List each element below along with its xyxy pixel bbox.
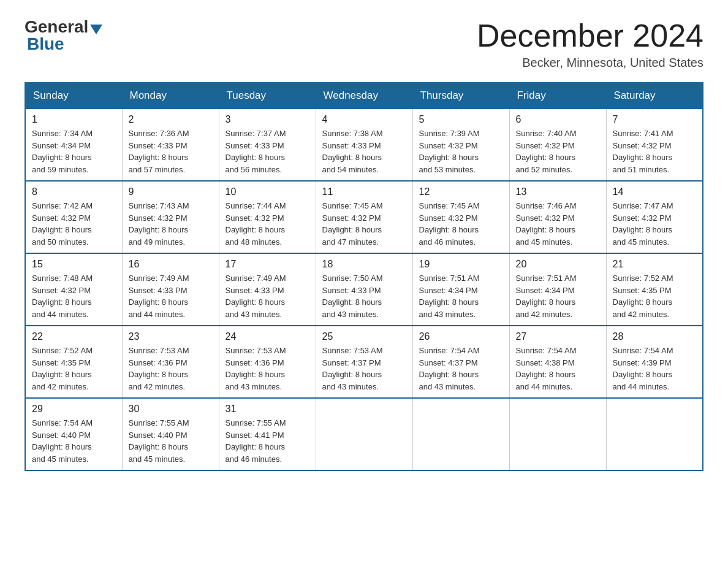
calendar-day-cell: 21Sunrise: 7:52 AM Sunset: 4:35 PM Dayli…: [606, 253, 703, 326]
calendar-day-cell: [412, 398, 509, 470]
calendar-day-cell: [606, 398, 703, 470]
day-number: 31: [226, 404, 309, 415]
calendar-day-cell: 10Sunrise: 7:44 AM Sunset: 4:32 PM Dayli…: [219, 181, 316, 253]
calendar-day-cell: [316, 398, 412, 470]
calendar-day-cell: 19Sunrise: 7:51 AM Sunset: 4:34 PM Dayli…: [412, 253, 509, 326]
calendar-day-cell: 15Sunrise: 7:48 AM Sunset: 4:32 PM Dayli…: [25, 253, 122, 326]
calendar-day-cell: 14Sunrise: 7:47 AM Sunset: 4:32 PM Dayli…: [606, 181, 703, 253]
day-number: 18: [322, 259, 406, 270]
day-info: Sunrise: 7:53 AM Sunset: 4:36 PM Dayligh…: [129, 345, 213, 393]
day-info: Sunrise: 7:34 AM Sunset: 4:34 PM Dayligh…: [32, 128, 116, 175]
header-sunday: Sunday: [25, 83, 122, 109]
calendar-day-cell: 16Sunrise: 7:49 AM Sunset: 4:33 PM Dayli…: [122, 253, 219, 326]
day-number: 28: [613, 331, 697, 342]
calendar-day-cell: 30Sunrise: 7:55 AM Sunset: 4:40 PM Dayli…: [122, 398, 219, 470]
calendar-day-cell: 1Sunrise: 7:34 AM Sunset: 4:34 PM Daylig…: [25, 109, 122, 181]
day-number: 1: [32, 114, 116, 125]
calendar-day-cell: [509, 398, 606, 470]
day-info: Sunrise: 7:39 AM Sunset: 4:32 PM Dayligh…: [419, 128, 503, 175]
header-thursday: Thursday: [412, 83, 509, 109]
calendar-day-cell: 27Sunrise: 7:54 AM Sunset: 4:38 PM Dayli…: [509, 326, 606, 398]
day-number: 29: [32, 404, 116, 415]
day-number: 30: [129, 404, 213, 415]
day-number: 9: [129, 186, 213, 197]
calendar-day-cell: 3Sunrise: 7:37 AM Sunset: 4:33 PM Daylig…: [219, 109, 316, 181]
day-number: 23: [129, 331, 213, 342]
header-saturday: Saturday: [606, 83, 703, 109]
calendar-day-cell: 4Sunrise: 7:38 AM Sunset: 4:33 PM Daylig…: [316, 109, 412, 181]
day-number: 8: [32, 186, 116, 197]
day-info: Sunrise: 7:44 AM Sunset: 4:32 PM Dayligh…: [226, 200, 309, 248]
day-info: Sunrise: 7:41 AM Sunset: 4:32 PM Dayligh…: [613, 128, 697, 175]
day-info: Sunrise: 7:55 AM Sunset: 4:40 PM Dayligh…: [129, 417, 213, 465]
day-info: Sunrise: 7:47 AM Sunset: 4:32 PM Dayligh…: [613, 200, 697, 248]
calendar-day-cell: 6Sunrise: 7:40 AM Sunset: 4:32 PM Daylig…: [509, 109, 606, 181]
header-tuesday: Tuesday: [219, 83, 316, 109]
calendar-table: SundayMondayTuesdayWednesdayThursdayFrid…: [25, 82, 703, 471]
day-info: Sunrise: 7:52 AM Sunset: 4:35 PM Dayligh…: [32, 345, 116, 393]
calendar-week-row: 1Sunrise: 7:34 AM Sunset: 4:34 PM Daylig…: [25, 109, 703, 181]
day-number: 26: [419, 331, 503, 342]
calendar-day-cell: 9Sunrise: 7:43 AM Sunset: 4:32 PM Daylig…: [122, 181, 219, 253]
calendar-day-cell: 28Sunrise: 7:54 AM Sunset: 4:39 PM Dayli…: [606, 326, 703, 398]
day-info: Sunrise: 7:54 AM Sunset: 4:38 PM Dayligh…: [516, 345, 600, 393]
page-header: General Blue December 2024 Becker, Minne…: [25, 18, 703, 70]
calendar-day-cell: 17Sunrise: 7:49 AM Sunset: 4:33 PM Dayli…: [219, 253, 316, 326]
day-number: 15: [32, 259, 116, 270]
day-number: 22: [32, 331, 116, 342]
day-number: 27: [516, 331, 600, 342]
day-number: 6: [516, 114, 600, 125]
logo-triangle-icon: [90, 25, 102, 34]
day-number: 16: [129, 259, 213, 270]
calendar-day-cell: 31Sunrise: 7:55 AM Sunset: 4:41 PM Dayli…: [219, 398, 316, 470]
day-info: Sunrise: 7:51 AM Sunset: 4:34 PM Dayligh…: [419, 272, 503, 320]
day-number: 5: [419, 114, 503, 125]
day-info: Sunrise: 7:36 AM Sunset: 4:33 PM Dayligh…: [129, 128, 213, 175]
calendar-subtitle: Becker, Minnesota, United States: [477, 56, 703, 70]
day-info: Sunrise: 7:48 AM Sunset: 4:32 PM Dayligh…: [32, 272, 116, 320]
day-info: Sunrise: 7:45 AM Sunset: 4:32 PM Dayligh…: [322, 200, 406, 248]
day-number: 24: [226, 331, 309, 342]
day-number: 10: [226, 186, 309, 197]
calendar-day-cell: 2Sunrise: 7:36 AM Sunset: 4:33 PM Daylig…: [122, 109, 219, 181]
calendar-day-cell: 13Sunrise: 7:46 AM Sunset: 4:32 PM Dayli…: [509, 181, 606, 253]
day-info: Sunrise: 7:40 AM Sunset: 4:32 PM Dayligh…: [516, 128, 600, 175]
day-info: Sunrise: 7:49 AM Sunset: 4:33 PM Dayligh…: [129, 272, 213, 320]
logo-general-part: General: [25, 18, 88, 36]
logo-blue-part: Blue: [27, 34, 64, 53]
day-info: Sunrise: 7:38 AM Sunset: 4:33 PM Dayligh…: [322, 128, 406, 175]
day-number: 13: [516, 186, 600, 197]
day-info: Sunrise: 7:49 AM Sunset: 4:33 PM Dayligh…: [226, 272, 309, 320]
calendar-day-cell: 5Sunrise: 7:39 AM Sunset: 4:32 PM Daylig…: [412, 109, 509, 181]
day-info: Sunrise: 7:50 AM Sunset: 4:33 PM Dayligh…: [322, 272, 406, 320]
day-number: 3: [226, 114, 309, 125]
calendar-day-cell: 26Sunrise: 7:54 AM Sunset: 4:37 PM Dayli…: [412, 326, 509, 398]
day-number: 2: [129, 114, 213, 125]
calendar-day-cell: 11Sunrise: 7:45 AM Sunset: 4:32 PM Dayli…: [316, 181, 412, 253]
calendar-day-cell: 25Sunrise: 7:53 AM Sunset: 4:37 PM Dayli…: [316, 326, 412, 398]
day-number: 4: [322, 114, 406, 125]
header-wednesday: Wednesday: [316, 83, 412, 109]
day-number: 12: [419, 186, 503, 197]
day-info: Sunrise: 7:53 AM Sunset: 4:36 PM Dayligh…: [226, 345, 309, 393]
day-number: 19: [419, 259, 503, 270]
day-number: 25: [322, 331, 406, 342]
day-info: Sunrise: 7:54 AM Sunset: 4:37 PM Dayligh…: [419, 345, 503, 393]
title-area: December 2024 Becker, Minnesota, United …: [477, 18, 703, 70]
day-info: Sunrise: 7:43 AM Sunset: 4:32 PM Dayligh…: [129, 200, 213, 248]
calendar-day-cell: 12Sunrise: 7:45 AM Sunset: 4:32 PM Dayli…: [412, 181, 509, 253]
calendar-day-cell: 23Sunrise: 7:53 AM Sunset: 4:36 PM Dayli…: [122, 326, 219, 398]
day-number: 14: [613, 186, 697, 197]
calendar-title: December 2024: [477, 18, 703, 53]
calendar-week-row: 15Sunrise: 7:48 AM Sunset: 4:32 PM Dayli…: [25, 253, 703, 326]
day-number: 21: [613, 259, 697, 270]
header-friday: Friday: [509, 83, 606, 109]
logo: General Blue: [25, 18, 104, 54]
day-info: Sunrise: 7:46 AM Sunset: 4:32 PM Dayligh…: [516, 200, 600, 248]
day-number: 11: [322, 186, 406, 197]
calendar-header-row: SundayMondayTuesdayWednesdayThursdayFrid…: [25, 83, 703, 109]
calendar-day-cell: 22Sunrise: 7:52 AM Sunset: 4:35 PM Dayli…: [25, 326, 122, 398]
calendar-day-cell: 7Sunrise: 7:41 AM Sunset: 4:32 PM Daylig…: [606, 109, 703, 181]
day-info: Sunrise: 7:53 AM Sunset: 4:37 PM Dayligh…: [322, 345, 406, 393]
calendar-week-row: 29Sunrise: 7:54 AM Sunset: 4:40 PM Dayli…: [25, 398, 703, 470]
